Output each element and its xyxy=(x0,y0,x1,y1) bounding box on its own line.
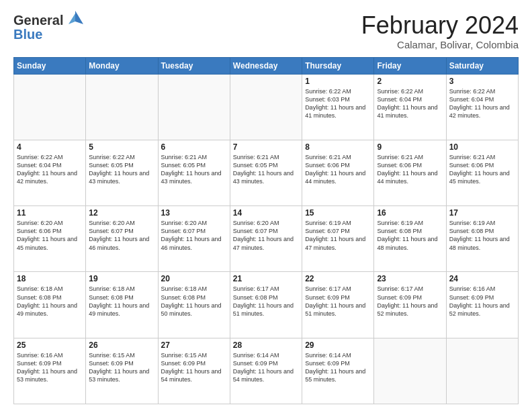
calendar-cell: 28Sunrise: 6:14 AM Sunset: 6:09 PM Dayli… xyxy=(230,338,302,404)
week-row-5: 25Sunrise: 6:16 AM Sunset: 6:09 PM Dayli… xyxy=(14,338,519,404)
day-number: 8 xyxy=(305,142,371,152)
day-info: Sunrise: 6:22 AM Sunset: 6:04 PM Dayligh… xyxy=(377,87,443,120)
calendar-cell: 5Sunrise: 6:22 AM Sunset: 6:05 PM Daylig… xyxy=(86,140,158,205)
day-number: 9 xyxy=(377,142,443,152)
calendar-cell: 23Sunrise: 6:17 AM Sunset: 6:09 PM Dayli… xyxy=(374,272,446,338)
page: General Blue February 2024 Calamar, Boli… xyxy=(0,0,532,411)
day-info: Sunrise: 6:20 AM Sunset: 6:07 PM Dayligh… xyxy=(233,219,299,252)
week-row-2: 4Sunrise: 6:22 AM Sunset: 6:04 PM Daylig… xyxy=(14,140,519,205)
calendar-cell: 22Sunrise: 6:17 AM Sunset: 6:09 PM Dayli… xyxy=(302,272,374,338)
calendar-cell: 8Sunrise: 6:21 AM Sunset: 6:06 PM Daylig… xyxy=(302,140,374,205)
day-number: 20 xyxy=(161,274,227,283)
day-number: 5 xyxy=(89,142,154,152)
calendar-cell xyxy=(158,74,230,140)
calendar-cell: 17Sunrise: 6:19 AM Sunset: 6:08 PM Dayli… xyxy=(446,206,518,272)
day-number: 15 xyxy=(305,208,371,218)
header: General Blue February 2024 Calamar, Boli… xyxy=(13,12,519,50)
day-info: Sunrise: 6:16 AM Sunset: 6:09 PM Dayligh… xyxy=(449,285,515,318)
calendar-cell xyxy=(446,338,518,404)
calendar-cell: 29Sunrise: 6:14 AM Sunset: 6:09 PM Dayli… xyxy=(302,338,374,404)
day-number: 26 xyxy=(89,340,154,350)
day-info: Sunrise: 6:15 AM Sunset: 6:09 PM Dayligh… xyxy=(89,351,154,384)
calendar-cell: 14Sunrise: 6:20 AM Sunset: 6:07 PM Dayli… xyxy=(230,206,302,272)
calendar-cell: 7Sunrise: 6:21 AM Sunset: 6:05 PM Daylig… xyxy=(230,140,302,205)
day-number: 21 xyxy=(233,274,299,283)
week-row-1: 1Sunrise: 6:22 AM Sunset: 6:03 PM Daylig… xyxy=(14,74,519,140)
calendar-cell xyxy=(14,74,86,140)
day-number: 23 xyxy=(377,274,443,283)
calendar-cell: 1Sunrise: 6:22 AM Sunset: 6:03 PM Daylig… xyxy=(302,74,374,140)
day-number: 14 xyxy=(233,208,299,218)
calendar-cell: 21Sunrise: 6:17 AM Sunset: 6:08 PM Dayli… xyxy=(230,272,302,338)
calendar-cell: 16Sunrise: 6:19 AM Sunset: 6:08 PM Dayli… xyxy=(374,206,446,272)
calendar-cell: 15Sunrise: 6:19 AM Sunset: 6:07 PM Dayli… xyxy=(302,206,374,272)
day-number: 13 xyxy=(161,208,227,218)
day-number: 29 xyxy=(305,340,371,350)
logo: General Blue xyxy=(13,12,85,42)
calendar-cell: 2Sunrise: 6:22 AM Sunset: 6:04 PM Daylig… xyxy=(374,74,446,140)
day-info: Sunrise: 6:17 AM Sunset: 6:09 PM Dayligh… xyxy=(305,285,371,318)
day-number: 24 xyxy=(449,274,515,283)
header-saturday: Saturday xyxy=(446,57,518,74)
calendar-cell: 3Sunrise: 6:22 AM Sunset: 6:04 PM Daylig… xyxy=(446,74,518,140)
day-number: 2 xyxy=(377,77,443,86)
day-info: Sunrise: 6:21 AM Sunset: 6:06 PM Dayligh… xyxy=(449,153,515,186)
day-number: 6 xyxy=(161,142,227,152)
day-number: 25 xyxy=(17,340,83,350)
day-info: Sunrise: 6:22 AM Sunset: 6:05 PM Dayligh… xyxy=(89,153,154,186)
svg-marker-0 xyxy=(75,11,83,24)
calendar-cell: 11Sunrise: 6:20 AM Sunset: 6:06 PM Dayli… xyxy=(14,206,86,272)
day-info: Sunrise: 6:17 AM Sunset: 6:09 PM Dayligh… xyxy=(377,285,443,318)
day-info: Sunrise: 6:22 AM Sunset: 6:04 PM Dayligh… xyxy=(449,87,515,120)
day-info: Sunrise: 6:22 AM Sunset: 6:04 PM Dayligh… xyxy=(17,153,83,186)
calendar: Sunday Monday Tuesday Wednesday Thursday… xyxy=(13,57,519,404)
day-info: Sunrise: 6:19 AM Sunset: 6:08 PM Dayligh… xyxy=(377,219,443,252)
day-info: Sunrise: 6:21 AM Sunset: 6:06 PM Dayligh… xyxy=(305,153,371,186)
day-info: Sunrise: 6:21 AM Sunset: 6:06 PM Dayligh… xyxy=(377,153,443,186)
week-row-4: 18Sunrise: 6:18 AM Sunset: 6:08 PM Dayli… xyxy=(14,272,519,338)
day-number: 18 xyxy=(17,274,83,283)
calendar-body: 1Sunrise: 6:22 AM Sunset: 6:03 PM Daylig… xyxy=(14,74,519,404)
calendar-cell: 24Sunrise: 6:16 AM Sunset: 6:09 PM Dayli… xyxy=(446,272,518,338)
main-title: February 2024 xyxy=(361,12,519,39)
day-number: 7 xyxy=(233,142,299,152)
day-info: Sunrise: 6:17 AM Sunset: 6:08 PM Dayligh… xyxy=(233,285,299,318)
day-number: 1 xyxy=(305,77,371,86)
calendar-cell: 6Sunrise: 6:21 AM Sunset: 6:05 PM Daylig… xyxy=(158,140,230,205)
calendar-cell xyxy=(374,338,446,404)
day-number: 3 xyxy=(449,77,515,86)
day-info: Sunrise: 6:14 AM Sunset: 6:09 PM Dayligh… xyxy=(233,351,299,384)
calendar-cell: 20Sunrise: 6:18 AM Sunset: 6:08 PM Dayli… xyxy=(158,272,230,338)
calendar-cell: 10Sunrise: 6:21 AM Sunset: 6:06 PM Dayli… xyxy=(446,140,518,205)
calendar-cell xyxy=(230,74,302,140)
calendar-cell: 4Sunrise: 6:22 AM Sunset: 6:04 PM Daylig… xyxy=(14,140,86,205)
day-info: Sunrise: 6:18 AM Sunset: 6:08 PM Dayligh… xyxy=(89,285,154,318)
header-monday: Monday xyxy=(86,57,158,74)
calendar-cell xyxy=(86,74,158,140)
header-wednesday: Wednesday xyxy=(230,57,302,74)
logo-blue-text: Blue xyxy=(13,27,85,42)
week-row-3: 11Sunrise: 6:20 AM Sunset: 6:06 PM Dayli… xyxy=(14,206,519,272)
day-number: 4 xyxy=(17,142,83,152)
day-info: Sunrise: 6:18 AM Sunset: 6:08 PM Dayligh… xyxy=(17,285,83,318)
day-info: Sunrise: 6:20 AM Sunset: 6:07 PM Dayligh… xyxy=(89,219,154,252)
day-info: Sunrise: 6:21 AM Sunset: 6:05 PM Dayligh… xyxy=(233,153,299,186)
subtitle: Calamar, Bolivar, Colombia xyxy=(361,39,519,50)
calendar-cell: 18Sunrise: 6:18 AM Sunset: 6:08 PM Dayli… xyxy=(14,272,86,338)
day-info: Sunrise: 6:19 AM Sunset: 6:07 PM Dayligh… xyxy=(305,219,371,252)
title-block: February 2024 Calamar, Bolivar, Colombia xyxy=(361,12,519,50)
day-number: 19 xyxy=(89,274,154,283)
logo-general-text: General xyxy=(13,13,63,28)
calendar-cell: 27Sunrise: 6:15 AM Sunset: 6:09 PM Dayli… xyxy=(158,338,230,404)
day-number: 16 xyxy=(377,208,443,218)
day-info: Sunrise: 6:16 AM Sunset: 6:09 PM Dayligh… xyxy=(17,351,83,384)
logo-sail-icon xyxy=(66,9,85,28)
svg-marker-1 xyxy=(69,13,75,24)
day-number: 10 xyxy=(449,142,515,152)
calendar-cell: 12Sunrise: 6:20 AM Sunset: 6:07 PM Dayli… xyxy=(86,206,158,272)
header-friday: Friday xyxy=(374,57,446,74)
day-number: 11 xyxy=(17,208,83,218)
day-info: Sunrise: 6:14 AM Sunset: 6:09 PM Dayligh… xyxy=(305,351,371,384)
day-number: 17 xyxy=(449,208,515,218)
day-number: 28 xyxy=(233,340,299,350)
